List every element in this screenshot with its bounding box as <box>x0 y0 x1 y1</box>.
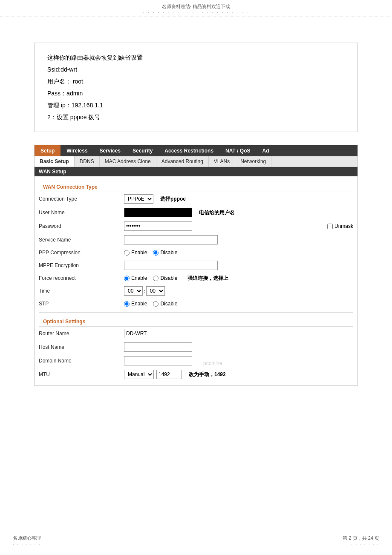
time-hour-select[interactable]: 00 <box>124 286 143 296</box>
router-name-input[interactable] <box>124 329 192 338</box>
stp-disable-label: Disable <box>160 301 177 307</box>
user-name-row: User Name 电信给的用户名 <box>39 206 353 219</box>
stp-enable-label: Enable <box>131 301 147 307</box>
time-minute-select[interactable]: 00 <box>146 286 165 296</box>
password-control: Unmask <box>124 221 353 231</box>
tab-nat-qos[interactable]: NAT / QoS <box>219 145 256 156</box>
force-reconnect-row: Force reconnect Enable Disable 强迫连接，选择上 <box>39 272 353 284</box>
mtu-annotation: 改为手动，1492 <box>189 371 226 378</box>
force-reconnect-enable-radio[interactable] <box>124 276 130 281</box>
mtu-value-input[interactable] <box>156 370 182 379</box>
host-name-control <box>124 342 353 352</box>
mtu-row: MTU Manual 改为手动，1492 <box>39 368 353 381</box>
optional-settings-header: Optional Settings <box>39 315 353 327</box>
unmask-area: Unmask <box>327 223 353 229</box>
ppp-compression-disable-label: Disable <box>160 250 177 256</box>
tab-setup[interactable]: Setup <box>35 145 61 156</box>
subtab-basic-setup[interactable]: Basic Setup <box>35 156 75 167</box>
info-line2: Ssid:dd-wrt <box>47 63 345 75</box>
time-row: Time 00 : 00 <box>39 284 353 298</box>
mppe-encryption-control <box>124 261 353 270</box>
footer-right-label: 第 2 页，共 24 页 <box>343 535 379 541</box>
info-line1: 这样你的路由器就会恢复到缺省设置 <box>47 52 345 63</box>
router-name-row: Router Name <box>39 327 353 340</box>
mppe-encryption-label: MPPE Encryption <box>39 262 124 268</box>
stp-disable-radio[interactable] <box>153 301 159 307</box>
domain-name-row: Domain Name pconline <box>39 354 353 368</box>
info-line5: 管理 ip：192.168.1.1 <box>47 99 345 111</box>
time-control: 00 : 00 <box>124 286 353 296</box>
user-name-annotation: 电信给的用户名 <box>199 209 235 216</box>
info-line3: 用户名： root <box>47 75 345 87</box>
unmask-checkbox[interactable] <box>327 224 333 229</box>
service-name-label: Service Name <box>39 237 124 243</box>
connection-type-label: Connection Type <box>39 196 124 202</box>
ppp-compression-enable-label: Enable <box>131 250 147 256</box>
domain-name-control: pconline <box>124 356 353 365</box>
router-name-label: Router Name <box>39 331 124 336</box>
wan-connection-type-header: WAN Connection Type <box>39 181 353 192</box>
host-name-row: Host Name <box>39 340 353 354</box>
tab-security[interactable]: Security <box>127 145 159 156</box>
top-bar-title: 名师资料总结··精品资料欢迎下载 <box>162 4 230 9</box>
page-footer: 名师精心整理 · · · · · · · 第 2 页，共 24 页 · · · … <box>0 533 392 546</box>
router-ui: Setup Wireless Services Security Access … <box>34 145 358 386</box>
host-name-label: Host Name <box>39 344 124 350</box>
info-line6: 2：设置 pppoe 拨号 <box>47 111 345 123</box>
service-name-row: Service Name <box>39 233 353 247</box>
tab-access-restrictions[interactable]: Access Restrictions <box>159 145 219 156</box>
password-label: Password <box>39 223 124 229</box>
info-line4: Pass：admin <box>47 87 345 99</box>
mtu-mode-select[interactable]: Manual <box>124 370 154 379</box>
connection-type-row: Connection Type PPPoE 选择pppoe <box>39 192 353 206</box>
subtab-networking[interactable]: Networking <box>235 156 271 167</box>
router-name-control <box>124 329 353 338</box>
footer-left-label: 名师精心整理 <box>13 535 41 541</box>
force-reconnect-disable-radio[interactable] <box>153 276 159 281</box>
force-reconnect-enable-label: Enable <box>131 275 147 281</box>
connection-type-control: PPPoE 选择pppoe <box>124 194 353 204</box>
host-name-input[interactable] <box>124 342 192 352</box>
unmask-label: Unmask <box>334 223 353 229</box>
nav-tabs-sub: Basic Setup DDNS MAC Address Clone Advan… <box>35 156 357 167</box>
wan-setup-header: WAN Setup <box>35 167 357 176</box>
time-label: Time <box>39 288 124 294</box>
service-name-input[interactable] <box>124 235 218 244</box>
ppp-compression-enable-radio[interactable] <box>124 250 130 256</box>
force-reconnect-control: Enable Disable 强迫连接，选择上 <box>124 275 353 282</box>
mtu-label: MTU <box>39 371 124 377</box>
force-reconnect-label: Force reconnect <box>39 275 124 281</box>
nav-tabs-top: Setup Wireless Services Security Access … <box>35 145 357 156</box>
stp-control: Enable Disable <box>124 301 353 307</box>
force-reconnect-annotation: 强迫连接，选择上 <box>187 275 228 282</box>
subtab-vlans[interactable]: VLANs <box>209 156 235 167</box>
user-name-label: User Name <box>39 210 124 216</box>
subtab-advanced-routing[interactable]: Advanced Routing <box>156 156 209 167</box>
mtu-control: Manual 改为手动，1492 <box>124 370 353 379</box>
top-bar: 名师资料总结··精品资料欢迎下载 · · · · · · · · · · · ·… <box>0 0 392 17</box>
wan-form-section: WAN Connection Type Connection Type PPPo… <box>35 176 357 385</box>
user-name-control: 电信给的用户名 <box>124 208 353 217</box>
domain-name-input[interactable] <box>124 356 192 365</box>
svg-text:pconline: pconline <box>203 360 222 366</box>
user-name-input[interactable] <box>124 208 192 217</box>
tab-wireless[interactable]: Wireless <box>61 145 93 156</box>
subtab-mac-address-clone[interactable]: MAC Address Clone <box>100 156 156 167</box>
domain-name-label: Domain Name <box>39 358 124 364</box>
top-bar-dots: · · · · · · · · · · · · · · · · · · · · … <box>143 10 249 15</box>
mppe-encryption-row: MPPE Encryption <box>39 259 353 272</box>
ppp-compression-disable-radio[interactable] <box>153 250 159 256</box>
stp-row: STP Enable Disable <box>39 298 353 310</box>
footer-left-dots: · · · · · · · <box>13 541 41 546</box>
ppp-compression-control: Enable Disable <box>124 250 353 256</box>
tab-ad[interactable]: Ad <box>257 145 275 156</box>
service-name-control <box>124 235 353 244</box>
force-reconnect-disable-label: Disable <box>160 275 177 281</box>
connection-type-select[interactable]: PPPoE <box>124 194 153 204</box>
stp-enable-radio[interactable] <box>124 301 130 307</box>
subtab-ddns[interactable]: DDNS <box>75 156 100 167</box>
tab-services[interactable]: Services <box>94 145 127 156</box>
password-input[interactable] <box>124 221 192 231</box>
mppe-encryption-input[interactable] <box>124 261 218 270</box>
info-box: 这样你的路由器就会恢复到缺省设置 Ssid:dd-wrt 用户名： root P… <box>34 43 358 132</box>
